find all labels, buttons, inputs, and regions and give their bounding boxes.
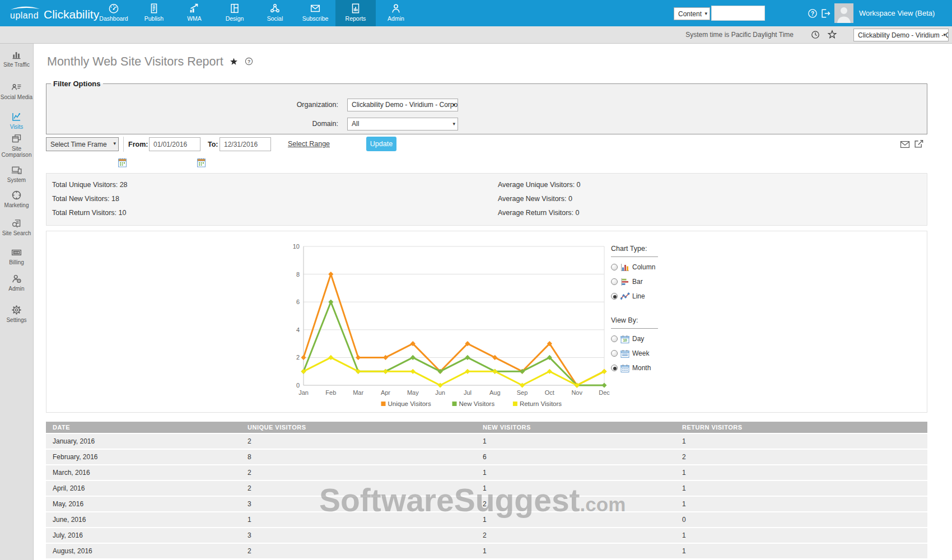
cell-return: 1	[682, 497, 686, 511]
svg-text:New Visitors: New Visitors	[459, 400, 495, 407]
search-input[interactable]	[711, 6, 765, 21]
view-by-option-week[interactable]: Week	[611, 346, 675, 361]
chart-type-option-column[interactable]: Column	[611, 260, 675, 274]
view-by-radio-month[interactable]	[611, 365, 618, 371]
favorite-filled-star-icon[interactable]	[228, 57, 239, 67]
time-frame-select[interactable]: Select Time Frame ▾	[46, 137, 119, 151]
sidebar-item-site-comparison[interactable]: Site Comparison	[0, 133, 33, 158]
cell-unique: 8	[248, 450, 251, 464]
chevron-down-icon: ▾	[704, 11, 707, 16]
logo-upland-text: upland	[10, 11, 39, 21]
export-report-icon[interactable]	[913, 138, 925, 150]
svg-text:?: ?	[811, 11, 814, 17]
cell-new: 1	[483, 544, 487, 558]
chart-type-option-bar[interactable]: Bar	[611, 274, 675, 289]
from-date-input[interactable]	[149, 137, 200, 151]
svg-text:Sep: Sep	[517, 389, 528, 396]
search-category-select[interactable]: Content ▾	[674, 7, 710, 20]
cell-unique: 3	[248, 497, 251, 511]
cell-return: 1	[682, 434, 686, 449]
chart-type-option-line[interactable]: Line	[611, 289, 675, 304]
logout-icon[interactable]	[820, 8, 831, 19]
chart-type-radio-column[interactable]	[611, 264, 618, 270]
sidebar-item-site-traffic[interactable]: Site Traffic	[0, 49, 33, 68]
cell-unique: 1	[248, 512, 251, 527]
calendar-week-icon	[620, 349, 629, 358]
organization-row: Organization: Clickability Demo - Viridi…	[46, 98, 458, 111]
help-circle-icon[interactable]: ?	[244, 57, 255, 67]
update-button[interactable]: Update	[366, 137, 396, 151]
sidebar-item-system[interactable]: System	[0, 164, 33, 183]
nav-item-publish[interactable]: Publish	[134, 0, 174, 26]
svg-text:Apr: Apr	[381, 389, 390, 396]
svg-text:Nov: Nov	[571, 389, 582, 396]
sidebar-item-marketing[interactable]: Marketing	[0, 189, 33, 208]
total-stat-2: Total Return Visitors: 10	[52, 209, 126, 217]
status-bar: System time is Pacific Daylight Time Cli…	[0, 26, 952, 44]
to-label: To:	[208, 141, 218, 148]
sidebar-item-billing[interactable]: Billing	[0, 246, 33, 265]
svg-text:Jan: Jan	[298, 389, 309, 396]
table-row: February, 2016862	[46, 450, 927, 464]
organization-select-value: Clickability Demo - Viridium - Corporat	[352, 101, 458, 109]
nav-item-admin[interactable]: Admin	[376, 0, 416, 26]
to-calendar-icon[interactable]	[197, 158, 206, 167]
avatar[interactable]	[834, 3, 853, 23]
social-icon	[269, 2, 281, 15]
select-range-link[interactable]: Select Range	[288, 140, 330, 148]
filter-options-legend: Filter Options	[51, 80, 103, 88]
sidebar-item-admin[interactable]: Admin	[0, 273, 33, 292]
settings-icon	[11, 304, 22, 316]
divider	[611, 328, 658, 329]
svg-text:0: 0	[296, 382, 300, 389]
workspace-select[interactable]: Clickability Demo - Viridium - Cc ▾	[853, 29, 949, 41]
help-icon[interactable]: ?	[807, 8, 818, 19]
table-row: January, 2016211	[46, 434, 927, 449]
organization-select[interactable]: Clickability Demo - Viridium - Corporat …	[347, 99, 458, 111]
nav-item-subscribe[interactable]: Subscribe	[295, 0, 335, 26]
column-header-date: DATE	[53, 422, 70, 433]
email-report-icon[interactable]	[899, 139, 911, 150]
clock-icon[interactable]	[810, 30, 820, 40]
view-by-radio-day[interactable]	[611, 335, 618, 342]
from-calendar-icon[interactable]	[118, 158, 127, 167]
svg-text:May: May	[407, 389, 419, 396]
average-stat-1: Average New Visitors: 0	[498, 195, 572, 203]
favorite-star-outline-icon[interactable]	[827, 29, 838, 40]
svg-text:10: 10	[293, 243, 300, 250]
chart-type-radio-line[interactable]	[611, 293, 618, 300]
nav-item-social[interactable]: Social	[255, 0, 295, 26]
nav-item-wma[interactable]: WMA	[174, 0, 214, 26]
domain-select[interactable]: All ▾	[347, 118, 458, 130]
workspace-select-value: Clickability Demo - Viridium - Cc	[858, 31, 949, 39]
nav-item-dashboard[interactable]: Dashboard	[94, 0, 134, 26]
svg-text:Unique Visitors: Unique Visitors	[388, 400, 431, 407]
visits-icon	[11, 111, 22, 123]
chart-type-label: Chart Type:	[611, 245, 675, 253]
workspace-view-label[interactable]: Workspace View (Beta)	[859, 9, 935, 17]
system-time-text: System time is Pacific Daylight Time	[685, 31, 794, 39]
line-chart-icon	[620, 292, 629, 301]
sidebar-item-social-media[interactable]: Social Media	[0, 81, 33, 100]
cell-new: 6	[483, 450, 487, 464]
watermark: SoftwareSuggest.com	[319, 482, 626, 519]
view-by-option-day[interactable]: 10Day	[611, 332, 675, 346]
cell-unique: 2	[248, 465, 251, 480]
top-navbar: upland Clickability DashboardPublishWMAD…	[0, 0, 952, 26]
sidebar-item-site-search[interactable]: Site Search	[0, 217, 33, 236]
calendar-month-icon	[620, 364, 629, 372]
sidebar-item-visits[interactable]: Visits	[0, 111, 33, 130]
view-by-option-month[interactable]: Month	[611, 361, 675, 375]
nav-item-reports[interactable]: Reports	[335, 0, 376, 26]
from-label: From:	[128, 141, 148, 148]
nav-item-design[interactable]: Design	[214, 0, 255, 26]
chart-type-radio-bar[interactable]	[611, 278, 618, 285]
sidebar-item-settings[interactable]: Settings	[0, 304, 33, 323]
site-comparison-icon	[11, 133, 22, 144]
svg-text:Jul: Jul	[464, 389, 472, 396]
view-by-radio-week[interactable]	[611, 350, 618, 357]
to-date-input[interactable]	[220, 137, 271, 151]
reports-icon	[349, 2, 362, 15]
divider	[123, 137, 124, 152]
table-header-row: DATEUNIQUE VISITORSNEW VISITORSRETURN VI…	[46, 422, 927, 433]
